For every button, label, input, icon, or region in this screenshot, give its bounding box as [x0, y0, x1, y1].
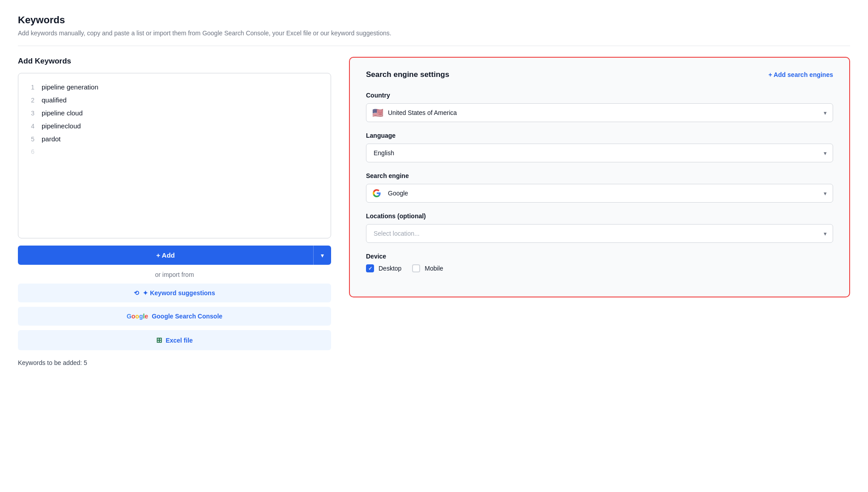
- or-import-text: or import from: [18, 271, 331, 278]
- country-select-wrapper: 🇺🇸 United States of America ▾: [366, 103, 833, 122]
- desktop-option[interactable]: ✓ Desktop: [366, 264, 401, 272]
- keyword-num-5: 5: [27, 136, 34, 143]
- checkmark-icon: ✓: [368, 266, 372, 271]
- keyword-num-1: 1: [27, 84, 34, 91]
- keyword-text-2: qualified: [42, 96, 67, 104]
- keyword-text-4: pipelinecloud: [42, 122, 81, 130]
- locations-select-wrapper: Select location... ▾: [366, 224, 833, 243]
- add-button-row: + Add ▾: [18, 246, 331, 265]
- desktop-label: Desktop: [379, 265, 401, 272]
- keyword-suggestions-button[interactable]: ⟲ ✦ Keyword suggestions: [18, 284, 331, 302]
- left-panel: Add Keywords 1 pipeline generation 2 qua…: [18, 57, 331, 366]
- keyword-row-3: 3 pipeline cloud: [27, 106, 322, 119]
- google-icon: Google: [127, 313, 148, 320]
- language-select-wrapper: English ▾: [366, 144, 833, 162]
- keyword-num-4: 4: [27, 123, 34, 130]
- suggestions-icon: ⟲: [134, 289, 139, 297]
- device-form-group: Device ✓ Desktop Mobile: [366, 253, 833, 272]
- keywords-to-add: Keywords to be added: 5: [18, 359, 331, 366]
- keyword-row-4: 4 pipelinecloud: [27, 119, 322, 132]
- search-engine-select-wrapper: Google ▾: [366, 184, 833, 203]
- locations-label: Locations (optional): [366, 212, 833, 220]
- search-engine-header: Search engine settings + Add search engi…: [366, 70, 833, 79]
- keyword-row-1: 1 pipeline generation: [27, 81, 322, 93]
- excel-file-button[interactable]: ⊞ Excel file: [18, 330, 331, 350]
- add-button-chevron[interactable]: ▾: [313, 246, 331, 265]
- search-engine-label: Search engine: [366, 172, 833, 179]
- language-select[interactable]: English: [366, 144, 833, 162]
- excel-file-label: Excel file: [166, 337, 193, 344]
- main-layout: Add Keywords 1 pipeline generation 2 qua…: [18, 57, 850, 366]
- keywords-input-area[interactable]: 1 pipeline generation 2 qualified 3 pipe…: [18, 73, 331, 238]
- keyword-text-1: pipeline generation: [42, 83, 98, 91]
- chevron-down-icon: ▾: [321, 252, 324, 259]
- country-select[interactable]: United States of America: [366, 103, 833, 122]
- mobile-label: Mobile: [425, 265, 443, 272]
- keyword-row-5: 5 pardot: [27, 132, 322, 145]
- keyword-text-5: pardot: [42, 135, 61, 143]
- excel-icon: ⊞: [156, 336, 162, 344]
- keyword-suggestions-label: ✦ Keyword suggestions: [143, 289, 215, 297]
- add-search-engines-link[interactable]: + Add search engines: [768, 71, 833, 78]
- keyword-text-3: pipeline cloud: [42, 109, 83, 117]
- page-subtitle: Add keywords manually, copy and paste a …: [18, 30, 850, 37]
- device-options-row: ✓ Desktop Mobile: [366, 264, 833, 272]
- page-title: Keywords: [18, 14, 850, 26]
- google-search-console-label: Google Search Console: [152, 313, 222, 320]
- keyword-num-6: 6: [27, 148, 34, 155]
- mobile-option[interactable]: Mobile: [412, 264, 443, 272]
- search-engine-title: Search engine settings: [366, 70, 449, 79]
- keyword-num-2: 2: [27, 97, 34, 104]
- keyword-num-3: 3: [27, 110, 34, 117]
- keyword-row-6: 6: [27, 145, 322, 158]
- locations-form-group: Locations (optional) Select location... …: [366, 212, 833, 243]
- add-button[interactable]: + Add: [18, 246, 313, 265]
- country-label: Country: [366, 92, 833, 99]
- country-form-group: Country 🇺🇸 United States of America ▾: [366, 92, 833, 122]
- keyword-row-2: 2 qualified: [27, 93, 322, 106]
- page-header: Keywords Add keywords manually, copy and…: [18, 14, 850, 46]
- mobile-checkbox[interactable]: [412, 264, 420, 272]
- add-keywords-title: Add Keywords: [18, 57, 331, 66]
- language-form-group: Language English ▾: [366, 132, 833, 162]
- search-engine-form-group: Search engine Google ▾: [366, 172, 833, 203]
- device-label: Device: [366, 253, 833, 260]
- search-engine-settings-panel: Search engine settings + Add search engi…: [349, 57, 850, 297]
- desktop-checkbox[interactable]: ✓: [366, 264, 374, 272]
- search-engine-select[interactable]: Google: [366, 184, 833, 203]
- google-search-console-button[interactable]: Google Google Search Console: [18, 307, 331, 326]
- language-label: Language: [366, 132, 833, 139]
- locations-select[interactable]: Select location...: [366, 224, 833, 243]
